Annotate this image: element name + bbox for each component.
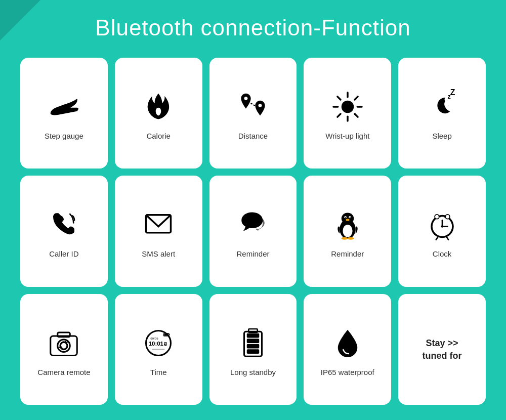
- card-clock: Clock: [398, 176, 486, 286]
- svg-point-14: [343, 225, 352, 237]
- svg-rect-51: [247, 344, 260, 348]
- shoe-icon: [46, 87, 81, 127]
- svg-line-32: [436, 237, 438, 240]
- svg-point-19: [350, 217, 351, 218]
- card-time: 09/05 10:01 Ƀ Time: [115, 294, 202, 405]
- card-label-reminder-qq: Reminder: [331, 249, 364, 259]
- watchface-icon: 09/05 10:01 Ƀ: [141, 323, 176, 363]
- card-reminder-qq: Reminder: [304, 176, 391, 286]
- svg-point-29: [435, 215, 439, 219]
- svg-line-9: [338, 114, 341, 117]
- phone-icon: [46, 204, 81, 245]
- svg-rect-39: [58, 332, 70, 337]
- svg-point-18: [345, 217, 346, 218]
- svg-line-0: [251, 103, 256, 106]
- svg-text:Ƀ: Ƀ: [164, 341, 167, 347]
- svg-rect-42: [169, 334, 170, 335]
- svg-line-33: [446, 237, 448, 240]
- card-calorie: Calorie: [115, 58, 202, 169]
- card-sleep: z Z Sleep: [398, 58, 486, 169]
- card-distance: Distance: [209, 58, 297, 169]
- svg-line-6: [338, 97, 341, 100]
- card-label-distance: Distance: [238, 131, 268, 141]
- svg-point-15: [342, 213, 354, 225]
- flame-icon: [141, 87, 176, 127]
- svg-line-7: [355, 114, 358, 117]
- svg-text:09/05: 09/05: [150, 337, 158, 340]
- card-label-reminder-chat: Reminder: [236, 249, 269, 259]
- battery-icon: [235, 323, 271, 363]
- card-step-gauge: Step gauge: [20, 58, 108, 169]
- card-label-sleep: Sleep: [432, 131, 451, 141]
- sleep-icon: z Z: [425, 87, 460, 127]
- svg-text:Z: Z: [450, 89, 455, 97]
- card-label-wrist-up-light: Wrist-up light: [325, 131, 369, 141]
- svg-point-20: [346, 219, 349, 221]
- svg-text:10:01: 10:01: [149, 341, 163, 347]
- card-long-standby: Long standby: [209, 294, 297, 405]
- page-title: Bluetooth connection-Function: [0, 0, 506, 51]
- sun-icon: [330, 87, 365, 127]
- card-label-camera-remote: Camera remote: [37, 367, 90, 377]
- svg-point-27: [441, 226, 443, 228]
- sms-icon: [141, 204, 176, 245]
- camera-icon: [46, 323, 81, 363]
- svg-rect-53: [247, 333, 260, 338]
- svg-point-21: [342, 237, 348, 240]
- card-caller-id: Caller ID: [20, 176, 108, 286]
- water-icon: [330, 323, 365, 363]
- card-reminder-chat: Reminder: [209, 176, 297, 286]
- svg-rect-50: [247, 349, 260, 354]
- penguin-icon: [330, 204, 365, 245]
- feature-grid: Step gauge Calorie Distance: [0, 51, 506, 415]
- card-label-step-gauge: Step gauge: [45, 131, 83, 141]
- clock-icon: [425, 204, 460, 245]
- svg-point-31: [446, 215, 449, 219]
- card-label-calorie: Calorie: [146, 131, 171, 141]
- card-label-caller-id: Caller ID: [49, 249, 78, 259]
- card-camera-remote: Camera remote: [20, 294, 108, 405]
- chat-icon: [235, 204, 271, 245]
- svg-point-1: [342, 101, 354, 113]
- card-wrist-up-light: Wrist-up light: [304, 58, 391, 169]
- card-label-time: Time: [150, 367, 167, 377]
- card-stay-tuned: Stay >>tuned for: [398, 294, 486, 405]
- card-label-ip65-waterproof: IP65 waterproof: [321, 367, 374, 377]
- card-ip65-waterproof: IP65 waterproof: [304, 294, 391, 405]
- card-sms-alert: SMS alert: [115, 176, 202, 286]
- svg-rect-49: [248, 329, 258, 332]
- svg-point-22: [348, 237, 354, 240]
- svg-line-8: [355, 97, 358, 100]
- card-label-sms-alert: SMS alert: [142, 249, 175, 259]
- stay-tuned-icon: Stay >>tuned for: [423, 337, 462, 362]
- svg-rect-52: [247, 339, 260, 343]
- svg-rect-43: [164, 333, 168, 335]
- card-label-clock: Clock: [433, 249, 452, 259]
- card-label-long-standby: Long standby: [230, 367, 276, 377]
- distance-icon: [235, 87, 271, 127]
